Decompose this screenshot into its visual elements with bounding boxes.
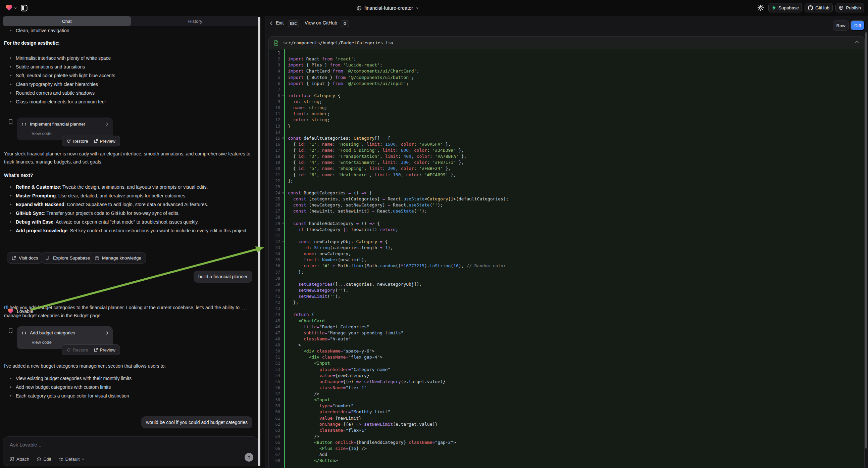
tab-history[interactable]: History (131, 16, 260, 26)
line-number: 46 (269, 324, 284, 330)
line-number: 57 (269, 391, 284, 397)
project-switcher[interactable]: financial-future-creator (356, 4, 419, 12)
image-attach-icon (10, 457, 14, 462)
view-on-github-button[interactable]: View on GitHub (305, 20, 337, 26)
code-line: import React from 'react'; (285, 56, 864, 62)
code-line: <Input (285, 360, 864, 366)
bookmark-icon[interactable] (8, 119, 13, 125)
code-line: onChange={(e) => setNewCategory(e.target… (285, 379, 864, 385)
line-number: 30 (269, 227, 284, 233)
design-bullet: Clean typography with clear hierarchies (9, 80, 253, 89)
model-selector[interactable]: Default (59, 457, 85, 462)
line-number: 1 (269, 50, 284, 56)
code-line: name: newCategory, (285, 251, 864, 257)
line-number: 68 (269, 458, 284, 464)
prompt-composer[interactable]: Ask Lovable... Attach Edit Default (3, 436, 258, 466)
design-bullet: Minimalist interface with plenty of whit… (9, 54, 253, 62)
restore-button[interactable]: Restore (66, 348, 88, 352)
code-line: color: string; (285, 117, 864, 123)
code-line: }; (285, 299, 864, 305)
diff-toggle-button[interactable]: Diff (850, 21, 865, 31)
line-number: 59 (269, 403, 284, 409)
code-line: /> (285, 433, 864, 439)
explore-supabase-button[interactable]: Explore Supabase (41, 253, 95, 264)
sidebar-toggle-icon[interactable] (20, 3, 29, 12)
github-label: GitHub (815, 5, 829, 10)
code-line: limit: number; (285, 111, 864, 117)
code-line: <ChartCard (285, 318, 864, 324)
line-number: 56 (269, 385, 284, 391)
github-button[interactable]: GitHub (805, 3, 833, 12)
line-number: 41 (269, 293, 284, 299)
line-number: 28 (269, 214, 284, 220)
line-number: 34 (269, 251, 284, 257)
version-title: Implement financial planner (30, 121, 102, 126)
logo-chevron-down-icon[interactable] (14, 6, 17, 10)
code-line: { id: '3', name: 'Transportation', limit… (285, 153, 864, 159)
settings-gear-icon[interactable] (757, 4, 764, 11)
code-line: const handleAddCategory = () => { (285, 221, 864, 227)
attach-button[interactable]: Attach (10, 457, 29, 462)
added-feature-item: Each category gets a unique color for vi… (9, 391, 253, 400)
line-number: 15∨ (269, 135, 284, 141)
next-step-item: Expand with Backend: Connect Supabase to… (9, 200, 253, 209)
publish-button[interactable]: Publish (835, 3, 864, 12)
code-editor[interactable]: 12345678∨9101112131415∨16171819202122232… (269, 49, 864, 468)
chat-bubble-icon (45, 256, 50, 261)
code-line: { id: '5', name: 'Shopping', limit: 200,… (285, 166, 864, 172)
chat-scrollbar[interactable] (258, 17, 260, 466)
next-step-item: Add project knowledge: Set key context o… (9, 226, 253, 235)
code-file-card: src/components/budget/BudgetCategories.t… (269, 36, 865, 468)
line-number: 35 (269, 257, 284, 263)
sliders-icon (59, 457, 63, 462)
code-line: interface Category { (285, 93, 864, 99)
list-item: Clean, intuitive navigation (9, 26, 253, 35)
exit-button[interactable]: Exit (276, 20, 283, 26)
send-button[interactable] (245, 453, 253, 462)
file-header[interactable]: src/components/budget/BudgetCategories.t… (269, 37, 864, 49)
line-number: 4 (269, 68, 284, 74)
fold-chevron-icon[interactable]: ∨ (282, 93, 284, 99)
project-chevron-down-icon (416, 6, 419, 10)
code-scrollbar[interactable] (865, 32, 867, 448)
preview-button[interactable]: Preview (94, 139, 116, 144)
line-number: 47 (269, 330, 284, 336)
target-icon (37, 457, 41, 462)
line-number: 49 (269, 342, 284, 348)
view-code-link[interactable]: View code (32, 131, 52, 136)
view-code-link[interactable]: View code (32, 340, 52, 345)
line-number: 67 (269, 451, 284, 458)
fold-chevron-icon[interactable]: ∨ (282, 239, 284, 245)
external-link-icon (11, 256, 16, 261)
collapse-chevron-up-icon[interactable] (855, 40, 859, 43)
assistant-message: Your sleek financial planner is now read… (4, 150, 252, 166)
raw-toggle-button[interactable]: Raw (833, 21, 849, 31)
restore-icon (66, 139, 71, 143)
line-number: 13 (269, 123, 284, 129)
visit-docs-button[interactable]: Visit docs (7, 253, 43, 264)
code-line (285, 214, 864, 220)
fold-chevron-icon[interactable]: ∨ (282, 190, 284, 196)
manage-knowledge-button[interactable]: Manage knowledge (90, 253, 146, 264)
code-line: Add (285, 451, 864, 458)
line-number: 45 (269, 318, 284, 324)
line-number: 65 (269, 439, 284, 445)
whats-next-heading: What's next? (4, 173, 33, 178)
lovable-logo-icon[interactable] (5, 4, 13, 11)
edit-mode-button[interactable]: Edit (37, 457, 51, 462)
line-number: 37 (269, 269, 284, 275)
tab-chat[interactable]: Chat (3, 16, 131, 26)
line-number-gutter: 12345678∨9101112131415∨16171819202122232… (269, 50, 284, 468)
preview-button[interactable]: Preview (94, 348, 116, 352)
design-bullet: Soft, neutral color palette with light b… (9, 71, 253, 80)
chevron-right-icon (106, 122, 109, 126)
restore-button[interactable]: Restore (66, 139, 88, 144)
line-number: 23 (269, 184, 284, 190)
line-number: 8∨ (269, 93, 284, 99)
supabase-button[interactable]: Supabase (768, 3, 802, 12)
bookmark-icon[interactable] (8, 328, 13, 334)
fold-chevron-icon[interactable]: ∨ (282, 135, 284, 141)
line-number: 2 (269, 56, 284, 62)
composer-placeholder[interactable]: Ask Lovable... (10, 442, 41, 447)
fold-chevron-icon[interactable]: ∨ (282, 221, 284, 227)
